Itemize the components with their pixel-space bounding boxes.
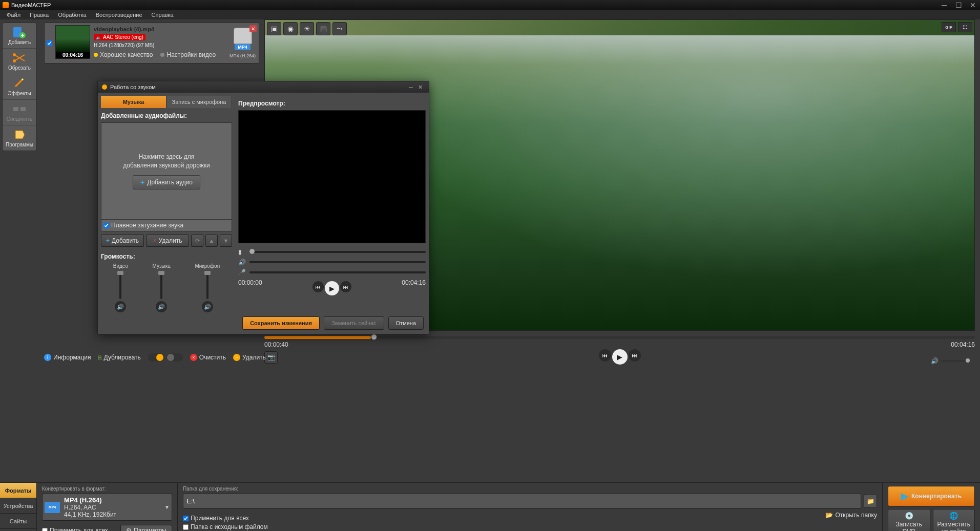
save-changes-button[interactable]: Сохранить изменения [242, 316, 320, 330]
left-sidebar: Добавить Обрезать Эффекты Соединить Прог… [2, 23, 37, 151]
text-button[interactable]: ▤ [316, 22, 330, 35]
timeline-total: 00:04:16 [951, 341, 975, 348]
tab-mic[interactable]: Запись с микрофона [166, 96, 232, 108]
folder-apply-all-checkbox[interactable] [183, 516, 189, 521]
info-button[interactable]: iИнформация [44, 354, 91, 361]
tab-music[interactable]: Музыка [101, 96, 166, 108]
audio-pos-slider[interactable] [249, 261, 426, 263]
remove-button[interactable]: −Удалить [233, 354, 266, 361]
dlg-play-button[interactable]: ▶ [325, 281, 339, 295]
play-arrow-icon: ▶ [901, 491, 908, 502]
minimize-button[interactable]: ─ [937, 0, 951, 10]
replace-now-button[interactable]: Заменить сейчас [324, 316, 384, 330]
dlg-next-button[interactable]: ⏭ [340, 281, 351, 292]
params-button[interactable]: ⚙Параметры [120, 525, 172, 531]
folder-src-checkbox[interactable] [183, 524, 189, 530]
vol-mic-mute[interactable]: 🔊 [202, 301, 213, 312]
time-start: 00:00:00 [238, 279, 262, 295]
dlg-prev-button[interactable]: ⏮ [312, 281, 324, 292]
file-settings-link[interactable]: Настройки видео [166, 51, 216, 58]
main-play-button[interactable]: ▶ [612, 349, 628, 365]
menu-help[interactable]: Справка [148, 11, 178, 18]
folder-path-input[interactable] [183, 494, 861, 508]
disc-icon: 💿 [905, 512, 913, 520]
main-next-button[interactable]: ⏭ [629, 349, 641, 362]
timeline-track[interactable] [264, 336, 975, 339]
svg-point-2 [13, 53, 16, 56]
tag-icon [11, 129, 28, 141]
mp4-icon: MP4 [45, 502, 60, 513]
file-checkbox[interactable] [47, 40, 52, 46]
apply-all-format-checkbox[interactable] [42, 528, 48, 532]
mic-pos-slider[interactable] [249, 271, 426, 273]
btab-devices[interactable]: Устройства [0, 498, 36, 514]
sidebar-effects[interactable]: Эффекты [3, 74, 36, 100]
btab-formats[interactable]: Форматы [0, 483, 36, 498]
move-down-button[interactable]: ▼ [220, 235, 232, 247]
main-prev-button[interactable]: ⏮ [599, 349, 611, 362]
file-remove-button[interactable]: ✕ [249, 25, 257, 32]
menu-file[interactable]: Файл [3, 11, 25, 18]
gif-button[interactable]: GIF [942, 22, 956, 32]
sidebar-trim[interactable]: Обрезать [3, 49, 36, 74]
vol-music-mute[interactable]: 🔊 [156, 301, 167, 312]
sidebar-join[interactable]: Соединить [3, 100, 36, 125]
sidebar-effects-label: Эффекты [8, 91, 31, 96]
screenshot-main-button[interactable]: 📷 [264, 351, 278, 364]
maximize-button[interactable]: ☐ [951, 0, 966, 10]
snapshot-button[interactable]: ◉ [283, 22, 298, 35]
time-end: 00:04:16 [402, 279, 426, 295]
open-folder-button[interactable]: 📂Открыть папку [825, 512, 877, 519]
volume-icon[interactable]: 🔊 [931, 357, 939, 365]
sidebar-add-label: Добавить [8, 39, 31, 45]
move-up-button[interactable]: ▲ [205, 235, 218, 247]
add-button[interactable]: +Добавить [101, 235, 144, 247]
loop-button[interactable]: ⟳ [191, 235, 203, 247]
menu-bar: Файл Правка Обработка Воспроизведение Сп… [0, 10, 980, 19]
dialog-minimize[interactable]: ─ [406, 83, 415, 91]
menu-edit[interactable]: Правка [26, 11, 53, 18]
convert-button[interactable]: ▶ Конвертировать [888, 486, 975, 506]
join-icon [11, 103, 28, 115]
close-button[interactable]: ✕ [966, 0, 980, 10]
crop-button[interactable]: ▣ [267, 22, 281, 35]
format-name: MP4 (H.264) [64, 496, 164, 504]
dialog-titlebar[interactable]: Работа со звуком ─ ✕ [98, 81, 429, 93]
audio-dialog: Работа со звуком ─ ✕ Музыка Запись с мик… [97, 81, 429, 334]
view-toggle-list[interactable] [148, 353, 164, 362]
fade-checkbox[interactable] [103, 223, 109, 228]
video-pos-slider[interactable] [249, 251, 426, 253]
menu-playback[interactable]: Воспроизведение [92, 11, 147, 18]
vol-mic-slider[interactable] [206, 271, 208, 299]
cancel-button[interactable]: Отмена [388, 316, 424, 330]
timeline-thumb[interactable] [371, 334, 377, 340]
sidebar-add[interactable]: Добавить [3, 23, 36, 49]
sidebar-programs[interactable]: Программы [3, 125, 36, 151]
view-toggle-grid[interactable] [166, 353, 183, 362]
add-audio-button[interactable]: + Добавить аудио [133, 175, 200, 189]
format-selector[interactable]: MP4 MP4 (H.264) H.264, AAC44,1 KHz, 192К… [42, 494, 172, 521]
btab-sites[interactable]: Сайты [0, 514, 36, 529]
speed-button[interactable]: ⤳ [332, 22, 347, 35]
menu-processing[interactable]: Обработка [54, 11, 90, 18]
clear-button[interactable]: ×Очистить [190, 354, 226, 361]
duplicate-button[interactable]: ⎘Дублировать [98, 354, 140, 361]
plus-icon: + [140, 178, 144, 186]
audio-hint-2: добавления звуковой дорожки [123, 161, 210, 170]
fullscreen-button[interactable]: ⛶ [958, 22, 972, 32]
audio-drop-area[interactable]: Нажмите здесь для добавления звуковой до… [101, 122, 232, 220]
vol-music-slider[interactable] [160, 271, 162, 299]
dialog-close[interactable]: ✕ [415, 83, 425, 91]
scissors-icon [11, 52, 28, 64]
folder-browse-button[interactable]: 📁 [864, 495, 877, 508]
folder-open-icon: 📂 [825, 512, 833, 519]
vol-video-mute[interactable]: 🔊 [115, 301, 126, 312]
brightness-button[interactable]: ☀ [300, 22, 314, 35]
publish-button[interactable]: 🌐 Разместитьна сайте [933, 509, 975, 531]
file-audio-info[interactable]: AAC Stereo (eng) [94, 34, 145, 40]
delete-button[interactable]: ×Удалить [146, 235, 189, 247]
file-item[interactable]: 00:04:16 videoplayback (4).mp4 AAC Stere… [44, 23, 259, 63]
vol-video-slider[interactable] [119, 271, 121, 299]
write-dvd-button[interactable]: 💿 ЗаписатьDVD [888, 509, 930, 531]
main-volume-slider[interactable] [942, 360, 970, 362]
